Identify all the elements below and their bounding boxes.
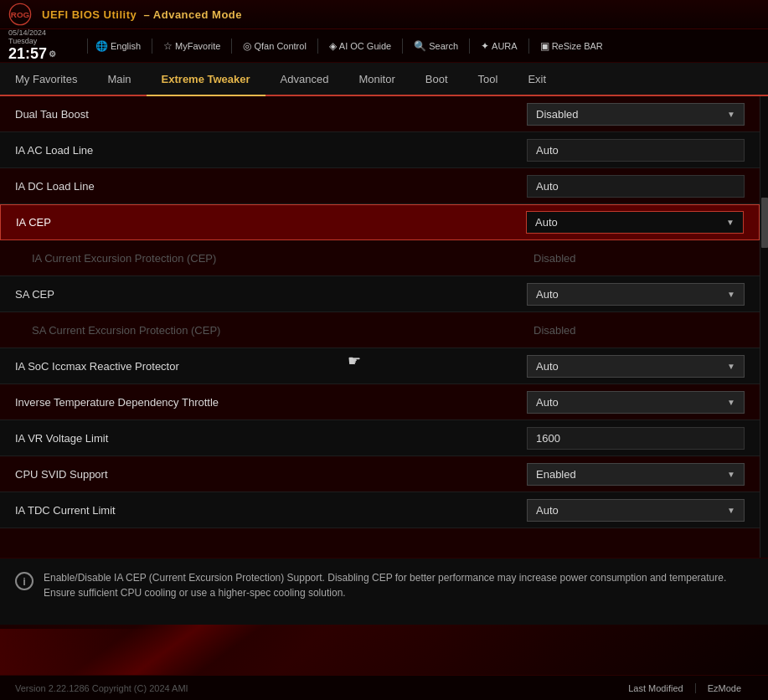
table-row: IA Current Excursion Protection (CEP) Di… bbox=[0, 240, 760, 276]
ia-ac-load-label: IA AC Load Line bbox=[15, 144, 527, 157]
bios-title: UEFI BIOS Utility – Advanced Mode bbox=[42, 8, 242, 21]
ezmode-button[interactable]: EzMode bbox=[696, 683, 753, 693]
ia-vr-voltage-label: IA VR Voltage Limit bbox=[15, 432, 527, 445]
resizebar-icon: ▣ bbox=[540, 40, 549, 52]
aioc-button[interactable]: ◈ AI OC Guide bbox=[323, 38, 397, 54]
nav-exit-label: Exit bbox=[528, 73, 546, 85]
ia-soc-value[interactable]: Auto ▼ bbox=[527, 355, 745, 378]
footer-background bbox=[0, 625, 768, 675]
sep3 bbox=[317, 39, 318, 54]
ia-current-excursion-label: IA Current Excursion Protection (CEP) bbox=[15, 252, 527, 265]
date-value: 05/14/2024 bbox=[8, 28, 46, 37]
table-row: CPU SVID Support Enabled ▼ bbox=[0, 456, 760, 492]
inverse-temp-selected: Auto bbox=[536, 396, 559, 409]
language-label: English bbox=[111, 41, 141, 51]
nav-tool[interactable]: Tool bbox=[463, 63, 513, 96]
chevron-down-icon: ▼ bbox=[727, 290, 735, 299]
table-row: IA DC Load Line bbox=[0, 168, 760, 204]
ia-ac-load-input[interactable] bbox=[527, 139, 745, 162]
ia-tdc-value[interactable]: Auto ▼ bbox=[527, 499, 745, 522]
status-buttons: Last Modified EzMode bbox=[616, 683, 753, 693]
ia-current-excursion-text: Disabled bbox=[527, 249, 583, 268]
settings-gear-icon[interactable]: ⚙ bbox=[49, 49, 56, 59]
time-display: 21:57 ⚙ bbox=[8, 46, 75, 63]
chevron-down-icon: ▼ bbox=[727, 506, 735, 515]
myfavorite-label: MyFavorite bbox=[175, 41, 220, 51]
sep4 bbox=[402, 39, 403, 54]
table-row: SA CEP Auto ▼ bbox=[0, 276, 760, 312]
qfan-icon: ◎ bbox=[243, 40, 251, 52]
cpu-svid-dropdown[interactable]: Enabled ▼ bbox=[527, 463, 745, 486]
table-row: IA VR Voltage Limit bbox=[0, 420, 760, 456]
myfavorite-icon: ☆ bbox=[163, 40, 173, 52]
svg-text:ROG: ROG bbox=[11, 10, 30, 19]
ia-dc-load-value bbox=[527, 175, 745, 198]
table-row: IA AC Load Line bbox=[0, 132, 760, 168]
ia-tdc-dropdown[interactable]: Auto ▼ bbox=[527, 499, 745, 522]
header-bar: ROG UEFI BIOS Utility – Advanced Mode bbox=[0, 0, 768, 29]
nav-extreme-tweaker[interactable]: Extreme Tweaker bbox=[147, 63, 265, 96]
aura-button[interactable]: ✦ AURA bbox=[475, 38, 523, 54]
table-row[interactable]: IA CEP Auto ▼ bbox=[0, 204, 760, 240]
cpu-svid-label: CPU SVID Support bbox=[15, 468, 527, 481]
day-value: Tuesday bbox=[8, 37, 37, 45]
ia-soc-selected: Auto bbox=[536, 360, 559, 373]
nav-exit[interactable]: Exit bbox=[513, 63, 561, 96]
ia-soc-dropdown[interactable]: Auto ▼ bbox=[527, 355, 745, 378]
inverse-temp-value[interactable]: Auto ▼ bbox=[527, 391, 745, 414]
status-bar: Version 2.22.1286 Copyright (C) 2024 AMI… bbox=[0, 675, 768, 700]
dual-tau-boost-dropdown[interactable]: Disabled ▼ bbox=[527, 103, 745, 126]
nav-extreme-label: Extreme Tweaker bbox=[162, 73, 250, 85]
toolbar: 05/14/2024 Tuesday 21:57 ⚙ 🌐 English ☆ M… bbox=[0, 29, 768, 63]
ia-vr-voltage-value bbox=[527, 427, 745, 450]
last-modified-button[interactable]: Last Modified bbox=[616, 683, 695, 693]
info-icon-label: i bbox=[23, 575, 26, 588]
ia-ac-load-value bbox=[527, 139, 745, 162]
ia-cep-dropdown[interactable]: Auto ▼ bbox=[526, 211, 744, 234]
nav-favorites[interactable]: My Favorites bbox=[0, 63, 92, 96]
ia-dc-load-input[interactable] bbox=[527, 175, 745, 198]
sa-cep-selected: Auto bbox=[536, 288, 559, 301]
table-row: IA SoC Iccmax Reactive Protector Auto ▼ bbox=[0, 348, 760, 384]
qfan-button[interactable]: ◎ Qfan Control bbox=[237, 38, 312, 54]
chevron-down-icon: ▼ bbox=[727, 470, 735, 479]
language-icon: 🌐 bbox=[95, 40, 108, 52]
nav-advanced[interactable]: Advanced bbox=[265, 63, 344, 96]
inverse-temp-dropdown[interactable]: Auto ▼ bbox=[527, 391, 745, 414]
ia-cep-value[interactable]: Auto ▼ bbox=[526, 211, 744, 234]
sa-cep-value[interactable]: Auto ▼ bbox=[527, 283, 745, 306]
ia-vr-voltage-input[interactable] bbox=[527, 427, 745, 450]
dual-tau-boost-value[interactable]: Disabled ▼ bbox=[527, 103, 745, 126]
sa-cep-dropdown[interactable]: Auto ▼ bbox=[527, 283, 745, 306]
language-button[interactable]: 🌐 English bbox=[90, 38, 147, 54]
settings-content: Dual Tau Boost Disabled ▼ IA AC Load Lin… bbox=[0, 96, 760, 558]
aura-icon: ✦ bbox=[481, 40, 489, 52]
nav-bar: My Favorites Main Extreme Tweaker Advanc… bbox=[0, 63, 768, 96]
scrollbar[interactable] bbox=[760, 96, 768, 558]
cpu-svid-value[interactable]: Enabled ▼ bbox=[527, 463, 745, 486]
chevron-down-icon: ▼ bbox=[727, 110, 735, 119]
ia-current-excursion-value: Disabled bbox=[527, 250, 745, 265]
info-icon: i bbox=[15, 572, 34, 590]
nav-monitor[interactable]: Monitor bbox=[343, 63, 410, 96]
table-row: Dual Tau Boost Disabled ▼ bbox=[0, 96, 760, 132]
cpu-svid-selected: Enabled bbox=[536, 468, 576, 481]
resizebar-button[interactable]: ▣ ReSize BAR bbox=[534, 38, 609, 54]
nav-boot-label: Boot bbox=[425, 73, 448, 85]
ia-cep-selected: Auto bbox=[535, 216, 558, 229]
resizebar-label: ReSize BAR bbox=[552, 41, 603, 51]
time-value: 21:57 bbox=[8, 46, 47, 63]
sep6 bbox=[528, 39, 529, 54]
myfavorite-button[interactable]: ☆ MyFavorite bbox=[157, 38, 226, 54]
nav-boot[interactable]: Boot bbox=[410, 63, 463, 96]
settings-table: Dual Tau Boost Disabled ▼ IA AC Load Lin… bbox=[0, 96, 760, 528]
nav-main-label: Main bbox=[107, 73, 131, 85]
nav-main[interactable]: Main bbox=[92, 63, 146, 96]
search-button[interactable]: 🔍 Search bbox=[408, 38, 464, 54]
scrollbar-thumb[interactable] bbox=[761, 198, 768, 248]
version-text: Version 2.22.1286 Copyright (C) 2024 AMI bbox=[15, 683, 188, 693]
toolbar-items: 🌐 English ☆ MyFavorite ◎ Qfan Control ◈ … bbox=[90, 38, 760, 54]
sa-cep-label: SA CEP bbox=[15, 288, 527, 301]
date-display: 05/14/2024 Tuesday bbox=[8, 29, 75, 46]
ia-dc-load-label: IA DC Load Line bbox=[15, 180, 527, 193]
